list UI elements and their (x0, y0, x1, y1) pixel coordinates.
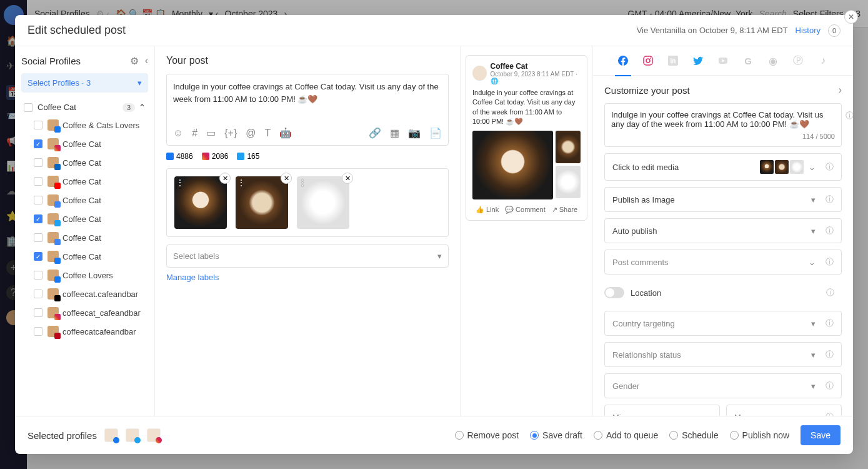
select-profiles-btn[interactable]: Select Profiles · 3 ▾ (21, 73, 148, 93)
profile-checkbox[interactable] (34, 233, 42, 242)
profile-checkbox[interactable]: ✓ (34, 139, 42, 148)
manage-labels-link[interactable]: Manage labels (166, 273, 219, 282)
media-item-3[interactable]: ⋮✕ (297, 176, 349, 229)
selected-profile-badge[interactable] (104, 428, 118, 442)
profile-item[interactable]: Coffee Cat (21, 228, 148, 247)
info-icon[interactable]: ⓘ (826, 411, 834, 416)
profile-checkbox[interactable]: ✓ (34, 252, 42, 261)
hashtag-icon[interactable]: # (192, 128, 197, 139)
tab-pinterest[interactable]: Ⓟ (792, 55, 804, 66)
save-button[interactable]: Save (801, 425, 841, 445)
tab-youtube[interactable] (717, 55, 729, 66)
schedule-radio[interactable]: Schedule (669, 430, 718, 440)
profile-item[interactable]: coffeecat.cafeandbar (21, 285, 148, 303)
gif-icon[interactable]: ▦ (390, 127, 399, 139)
selected-profile-badge[interactable] (126, 428, 139, 442)
add-queue-radio[interactable]: Add to queue (594, 430, 658, 440)
collapse-icon[interactable]: ‹ (145, 55, 148, 67)
profile-checkbox[interactable] (34, 177, 42, 186)
min-age-input[interactable]: Min age (604, 405, 720, 416)
profile-checkbox[interactable] (34, 271, 42, 280)
info-icon[interactable]: ⓘ (826, 287, 834, 298)
publish-now-radio[interactable]: Publish now (730, 430, 790, 440)
info-icon[interactable]: ⓘ (826, 318, 834, 329)
info-icon[interactable]: ⓘ (826, 380, 834, 391)
preview-comment-btn[interactable]: 💬 Comment (505, 206, 546, 214)
profile-item[interactable]: Coffee Lovers (21, 266, 148, 285)
post-textarea[interactable]: Indulge in your coffee cravings at Coffe… (173, 81, 442, 118)
remove-media-icon[interactable]: ✕ (342, 173, 353, 184)
group-checkbox[interactable] (24, 103, 32, 112)
emoji-icon[interactable]: ☺ (173, 128, 183, 139)
file-icon[interactable]: 📄 (429, 127, 442, 139)
relationship-row[interactable]: Relationship status ▾ⓘ (604, 342, 842, 367)
tab-facebook[interactable] (617, 55, 629, 66)
profile-checkbox[interactable] (34, 196, 42, 204)
filter-icon[interactable]: ⚙ (130, 55, 139, 67)
tab-linkedin[interactable]: in (667, 55, 679, 66)
close-icon[interactable]: ✕ (844, 10, 858, 24)
drag-icon[interactable]: ⋮ (176, 178, 184, 188)
tab-twitter[interactable] (692, 55, 704, 66)
tab-tiktok[interactable]: ♪ (817, 55, 829, 66)
profile-item[interactable]: ✓ Coffee Cat (21, 209, 148, 228)
profile-item[interactable]: Coffee Cat (21, 191, 148, 209)
tab-google[interactable]: G (742, 55, 754, 66)
info-icon[interactable]: ⓘ (826, 256, 834, 268)
profile-item[interactable]: coffeecat_cafeandbar (21, 303, 148, 322)
info-icon[interactable]: ⓘ (826, 225, 834, 236)
save-draft-radio[interactable]: Save draft (530, 430, 582, 440)
template-icon[interactable]: ▭ (206, 127, 216, 139)
profile-checkbox[interactable] (34, 308, 42, 317)
info-icon[interactable]: ⓘ (826, 194, 834, 205)
location-row[interactable]: Location ⓘ (604, 281, 842, 305)
auto-publish-row[interactable]: Auto publish ▾ⓘ (604, 218, 842, 243)
custom-text[interactable]: Indulge in your coffee cravings at Coffe… (611, 110, 835, 129)
country-row[interactable]: Country targeting ▾ⓘ (604, 311, 842, 336)
profile-item[interactable]: Coffee Cat (21, 153, 148, 172)
media-item-1[interactable]: ⋮✕ (174, 176, 227, 229)
profile-item[interactable]: Coffee Cat (21, 172, 148, 191)
selected-profile-badge[interactable] (147, 428, 161, 442)
variable-icon[interactable]: {+} (224, 128, 237, 139)
info-icon[interactable]: ⓘ (826, 349, 834, 360)
publish-as-row[interactable]: Publish as Image ▾ⓘ (604, 187, 842, 212)
profile-checkbox[interactable]: ✓ (34, 214, 42, 223)
max-age-input[interactable]: Max ageⓘ (726, 405, 842, 416)
drag-icon[interactable]: ⋮ (298, 178, 307, 188)
chevron-up-icon[interactable]: ⌃ (139, 103, 146, 112)
post-comments-row[interactable]: Post comments ⌄ⓘ (604, 250, 842, 275)
info-icon[interactable]: ⓘ (846, 110, 853, 121)
profile-checkbox[interactable] (34, 290, 42, 298)
remove-post-radio[interactable]: Remove post (455, 430, 519, 440)
profile-checkbox[interactable] (34, 327, 42, 336)
tab-reddit[interactable]: ◉ (767, 55, 779, 66)
preview-share-btn[interactable]: ↗ Share (552, 206, 577, 214)
gender-row[interactable]: Gender ▾ⓘ (604, 373, 842, 398)
info-icon[interactable]: ⓘ (826, 161, 834, 173)
tab-instagram[interactable] (642, 55, 654, 66)
chevron-right-icon[interactable]: › (839, 84, 842, 96)
media-item-2[interactable]: ⋮✕ (236, 176, 288, 229)
mention-icon[interactable]: @ (246, 128, 256, 139)
labels-select[interactable]: Select labels ▾ (166, 245, 449, 268)
location-toggle[interactable] (604, 287, 624, 298)
custom-text-box[interactable]: Indulge in your coffee cravings at Coffe… (604, 103, 842, 147)
camera-icon[interactable]: 📷 (408, 127, 421, 139)
drag-icon[interactable]: ⋮ (237, 178, 246, 188)
ai-icon[interactable]: 🤖 (279, 127, 292, 139)
remove-media-icon[interactable]: ✕ (281, 173, 292, 184)
profile-item[interactable]: Coffee & Cats Lovers (21, 116, 148, 134)
preview-link-btn[interactable]: 👍 Link (476, 206, 499, 214)
profile-item[interactable]: ✓ Coffee Cat (21, 247, 148, 266)
link-icon[interactable]: 🔗 (369, 127, 381, 139)
profile-item[interactable]: ✓ Coffee Cat (21, 134, 148, 153)
text-icon[interactable]: T (265, 128, 271, 139)
history-link[interactable]: History (796, 26, 821, 35)
edit-media-row[interactable]: Click to edit media ⌄ ⓘ (604, 153, 842, 181)
profile-item[interactable]: coffeecatcafeandbar (21, 322, 148, 341)
profile-group-header[interactable]: Coffee Cat 3 ⌃ (21, 99, 148, 116)
remove-media-icon[interactable]: ✕ (219, 173, 231, 184)
profile-checkbox[interactable] (34, 158, 42, 167)
profile-checkbox[interactable] (34, 121, 42, 129)
